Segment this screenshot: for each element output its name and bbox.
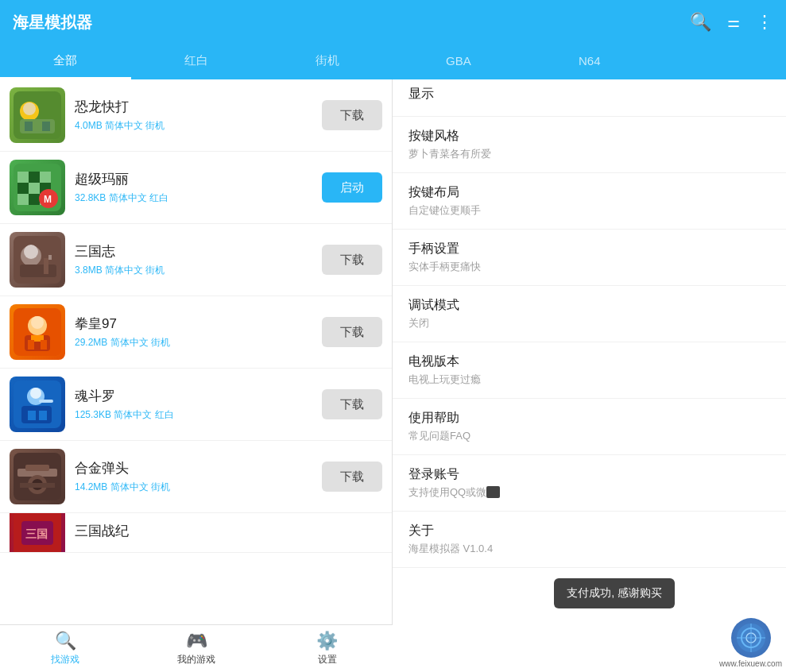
svg-rect-9	[40, 172, 51, 183]
tab-fc[interactable]: 红白	[131, 44, 262, 79]
filter-icon[interactable]: ⚌	[727, 14, 740, 31]
game-thumbnail	[10, 449, 65, 504]
download-button[interactable]: 下载	[322, 462, 382, 492]
tab-gba[interactable]: GBA	[393, 44, 524, 79]
svg-rect-13	[17, 194, 29, 205]
nav-find-games[interactable]: 🔍 找游戏	[0, 625, 131, 672]
game-thumbnail: M	[10, 160, 65, 215]
settings-item-key-layout[interactable]: 按键布局 自定键位更顺手	[393, 173, 786, 230]
game-thumbnail	[10, 304, 65, 360]
toast-notification: 支付成功, 感谢购买	[554, 578, 675, 608]
settings-item-title: 按键布局	[408, 184, 770, 201]
game-info: 魂斗罗 125.3KB 简体中文 红白	[75, 387, 312, 422]
game-name: 恐龙快打	[75, 98, 312, 116]
list-item: M 超级玛丽 32.8KB 简体中文 红白 启动	[0, 152, 392, 224]
svg-point-27	[31, 316, 44, 329]
game-name: 拳皇97	[75, 315, 312, 333]
game-thumbnail	[10, 377, 65, 432]
nav-settings[interactable]: ⚙️ 设置	[261, 625, 393, 672]
settings-item-subtitle: 萝卜青菜各有所爱	[408, 147, 770, 161]
settings-item-title: 电视版本	[408, 353, 770, 370]
svg-text:三国: 三国	[25, 527, 48, 540]
game-meta: 29.2MB 简体中文 街机	[75, 336, 312, 350]
svg-rect-4	[25, 122, 33, 131]
tab-all[interactable]: 全部	[0, 44, 131, 79]
game-name: 三国战纪	[75, 522, 382, 540]
watermark-url: www.feixuew.com	[719, 659, 782, 668]
header-actions: 🔍 ⚌ ⋮	[690, 12, 773, 33]
settings-item-tv[interactable]: 电视版本 电视上玩更过瘾	[393, 342, 786, 399]
game-name: 超级玛丽	[75, 170, 312, 188]
game-info: 超级玛丽 32.8KB 简体中文 红白	[75, 170, 312, 205]
search-icon[interactable]: 🔍	[690, 12, 711, 33]
game-thumbnail	[10, 87, 65, 143]
download-button[interactable]: 下载	[322, 100, 382, 130]
settings-item-title: 显示	[408, 86, 770, 102]
svg-rect-10	[17, 183, 29, 194]
game-name: 合金弹头	[75, 459, 312, 477]
game-info: 三国志 3.8MB 简体中文 街机	[75, 242, 312, 277]
settings-item-gamepad[interactable]: 手柄设置 实体手柄更痛快	[393, 230, 786, 286]
svg-rect-35	[39, 400, 53, 403]
settings-item-subtitle: 海星模拟器 V1.0.4	[408, 542, 770, 556]
game-meta: 3.8MB 简体中文 街机	[75, 264, 312, 277]
launch-button[interactable]: 启动	[322, 172, 382, 203]
download-button[interactable]: 下载	[322, 389, 382, 419]
svg-point-3	[23, 102, 36, 115]
settings-item-title: 手柄设置	[408, 241, 770, 257]
settings-item-subtitle: 常见问题FAQ	[408, 429, 770, 443]
settings-item-login[interactable]: 登录账号 支持使用QQ或微器	[393, 455, 786, 512]
svg-rect-7	[17, 172, 29, 183]
game-info: 拳皇97 29.2MB 简体中文 街机	[75, 315, 312, 350]
svg-text:M: M	[44, 194, 52, 205]
settings-item-about[interactable]: 关于 海星模拟器 V1.0.4	[393, 512, 786, 568]
settings-item-help[interactable]: 使用帮助 常见问题FAQ	[393, 399, 786, 455]
list-item: 三国志 3.8MB 简体中文 街机 下载	[0, 224, 392, 296]
download-button[interactable]: 下载	[322, 245, 382, 275]
game-thumbnail: 三国	[10, 513, 65, 553]
game-thumbnail	[10, 232, 65, 288]
app-title: 海星模拟器	[13, 12, 690, 33]
svg-rect-37	[39, 411, 47, 420]
game-info: 三国战纪	[75, 522, 382, 543]
app-header: 海星模拟器 🔍 ⚌ ⋮	[0, 0, 786, 44]
settings-icon: ⚙️	[316, 631, 338, 651]
more-icon[interactable]: ⋮	[756, 12, 773, 33]
list-item: 恐龙快打 4.0MB 简体中文 街机 下载	[0, 79, 392, 152]
settings-item-title: 关于	[408, 523, 770, 539]
settings-item-debug[interactable]: 调试模式 关闭	[393, 286, 786, 342]
svg-rect-11	[29, 183, 40, 194]
search-icon: 🔍	[55, 631, 76, 651]
settings-item-subtitle: 关闭	[408, 316, 770, 330]
svg-rect-40	[25, 465, 49, 471]
settings-item-subtitle: 实体手柄更痛快	[408, 260, 770, 274]
list-item: 合金弹头 14.2MB 简体中文 街机 下载	[0, 441, 392, 513]
settings-item-title: 登录账号	[408, 466, 770, 483]
settings-item-title: 调试模式	[408, 297, 770, 314]
svg-rect-8	[29, 172, 40, 183]
settings-item[interactable]: 显示	[393, 79, 786, 117]
tab-n64[interactable]: N64	[524, 44, 655, 79]
list-item: 拳皇97 29.2MB 简体中文 街机 下载	[0, 296, 392, 369]
download-button[interactable]: 下载	[322, 317, 382, 347]
settings-item-button-style[interactable]: 按键风格 萝卜青菜各有所爱	[393, 117, 786, 173]
nav-label: 找游戏	[51, 653, 79, 666]
svg-rect-23	[48, 255, 52, 260]
toast-text: 支付成功, 感谢购买	[567, 586, 662, 599]
game-meta: 4.0MB 简体中文 街机	[75, 119, 312, 133]
list-item: 魂斗罗 125.3KB 简体中文 红白 下载	[0, 369, 392, 441]
bottom-nav: 🔍 找游戏 🎮 我的游戏 ⚙️ 设置	[0, 624, 393, 672]
settings-item-subtitle: 支持使用QQ或微器	[408, 485, 770, 500]
svg-rect-14	[29, 194, 40, 205]
category-tabs: 全部 红白 街机 GBA N64	[0, 44, 786, 79]
svg-point-33	[30, 388, 41, 399]
game-name: 魂斗罗	[75, 387, 312, 405]
watermark-logo	[731, 618, 771, 658]
nav-label: 我的游戏	[177, 653, 215, 666]
nav-my-games[interactable]: 🎮 我的游戏	[131, 625, 262, 672]
settings-item-subtitle: 自定键位更顺手	[408, 203, 770, 218]
svg-rect-21	[20, 265, 56, 277]
svg-rect-5	[42, 122, 50, 131]
tab-arcade[interactable]: 街机	[262, 44, 393, 79]
svg-rect-34	[21, 406, 52, 423]
